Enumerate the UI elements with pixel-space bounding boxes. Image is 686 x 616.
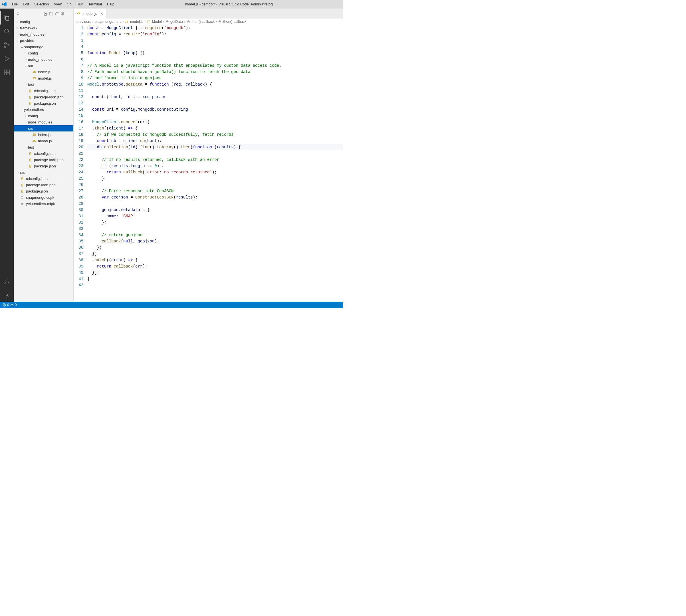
collapse-all-icon[interactable]: [60, 12, 65, 16]
code-content[interactable]: const { MongoClient } = require('mongodb…: [87, 25, 343, 302]
svg-point-9: [6, 294, 8, 296]
breadcrumb-segment[interactable]: model.js: [130, 20, 144, 24]
tree-item[interactable]: ⌄yelpretailers: [14, 106, 73, 113]
tree-item[interactable]: ›config: [14, 50, 73, 56]
tree-item[interactable]: {}package.json: [14, 188, 73, 194]
activity-accounts[interactable]: [0, 274, 14, 288]
tree-item-label: package.json: [34, 164, 56, 168]
js-file-icon: JS: [32, 132, 37, 137]
activity-search[interactable]: [0, 24, 14, 38]
activity-bar: [0, 8, 14, 302]
chevron-right-icon: ›: [16, 32, 20, 36]
json-file-icon: {}: [28, 101, 33, 106]
tree-item[interactable]: ⌄snapmongo: [14, 44, 73, 50]
chevron-right-icon: ›: [24, 51, 28, 55]
tree-item-label: snapmongo.cdpk: [26, 195, 54, 200]
breadcrumb-segment[interactable]: src: [117, 20, 122, 24]
activity-extensions[interactable]: [0, 66, 14, 79]
more-icon[interactable]: ···: [66, 12, 70, 16]
tree-item[interactable]: JSmodel.js: [14, 138, 73, 144]
breadcrumb-segment[interactable]: then() callback: [191, 20, 215, 24]
tree-item[interactable]: {}cdconfig.json: [14, 88, 73, 94]
activity-settings[interactable]: [0, 288, 14, 302]
method-icon: [165, 20, 169, 24]
tree-item[interactable]: JSindex.js: [14, 131, 73, 138]
tree-item-label: cdconfig.json: [34, 89, 56, 93]
tree-item[interactable]: {}package.json: [14, 163, 73, 169]
line-number-gutter: 1234567891011121314151617181920212223242…: [73, 25, 87, 302]
breadcrumb-segment[interactable]: then() callback: [223, 20, 246, 24]
svg-rect-4: [4, 70, 6, 72]
chevron-right-icon: ›: [16, 20, 20, 24]
tree-item[interactable]: {}package-lock.json: [14, 157, 73, 163]
new-folder-icon[interactable]: [49, 12, 53, 16]
chevron-right-icon: ›: [24, 145, 28, 149]
tree-item[interactable]: JSindex.js: [14, 69, 73, 75]
breadcrumb-segment[interactable]: providers: [77, 20, 91, 24]
chevron-right-icon: ›: [92, 20, 93, 24]
menu-help[interactable]: Help: [105, 2, 117, 7]
activity-run-debug[interactable]: [0, 52, 14, 66]
tree-item[interactable]: ›node_modules: [14, 31, 73, 37]
tree-item[interactable]: ›test: [14, 144, 73, 150]
chevron-right-icon: ›: [123, 20, 124, 24]
js-file-icon: JS: [32, 76, 37, 81]
class-icon: [147, 20, 151, 24]
tree-item-label: src: [28, 64, 33, 68]
tree-item[interactable]: ≣yelpretailers.cdpk: [14, 200, 73, 207]
tab-model-js[interactable]: JS model.js ×: [73, 8, 107, 19]
js-file-icon: JS: [32, 70, 37, 74]
status-problems[interactable]: 0 0: [2, 303, 17, 307]
tree-item[interactable]: ›src: [14, 169, 73, 175]
tree-item[interactable]: ›config: [14, 113, 73, 119]
tree-item[interactable]: ⌄providers: [14, 37, 73, 44]
tree-item[interactable]: {}package.json: [14, 100, 73, 106]
menu-run[interactable]: Run: [74, 2, 86, 7]
breadcrumbs[interactable]: providers›snapmongo›src›JSmodel.js›Model…: [73, 19, 343, 25]
menu-edit[interactable]: Edit: [21, 2, 31, 7]
tree-item[interactable]: ›node_modules: [14, 56, 73, 63]
tree-item[interactable]: {}cdconfig.json: [14, 175, 73, 182]
menu-go[interactable]: Go: [64, 2, 74, 7]
tree-item-label: model.js: [38, 76, 52, 81]
chevron-right-icon: ›: [24, 57, 28, 61]
menu-bar: FileEditSelectionViewGoRunTerminalHelp: [10, 2, 117, 7]
tree-item[interactable]: {}package-lock.json: [14, 94, 73, 100]
tree-item[interactable]: ≣snapmongo.cdpk: [14, 194, 73, 200]
activity-explorer[interactable]: [0, 11, 14, 24]
tree-item[interactable]: ⌄src: [14, 125, 73, 131]
tree-item[interactable]: ›node_modules: [14, 119, 73, 125]
window-title: model.js - democdf - Visual Studio Code …: [117, 2, 341, 6]
explorer-header: E. ···: [14, 8, 73, 19]
breadcrumb-segment[interactable]: getData: [170, 20, 183, 24]
close-icon[interactable]: ×: [101, 12, 103, 16]
editor-area: JS model.js × providers›snapmongo›src›JS…: [73, 8, 343, 302]
json-file-icon: {}: [20, 189, 24, 193]
tree-item[interactable]: ›test: [14, 81, 73, 88]
tree-item[interactable]: ›config: [14, 19, 73, 25]
tree-item[interactable]: JSmodel.js: [14, 75, 73, 81]
tree-item-label: package-lock.json: [34, 95, 64, 99]
tree-item[interactable]: {}package-lock.json: [14, 182, 73, 188]
refresh-icon[interactable]: [55, 12, 59, 16]
menu-view[interactable]: View: [52, 2, 64, 7]
tree-item-label: config: [20, 20, 30, 24]
menu-file[interactable]: File: [10, 2, 20, 7]
breadcrumb-segment[interactable]: snapmongo: [95, 20, 113, 24]
tree-item-label: model.js: [38, 139, 52, 143]
chevron-right-icon: ›: [163, 20, 164, 24]
svg-point-2: [4, 46, 6, 48]
chevron-right-icon: ›: [24, 114, 28, 118]
breadcrumb-segment[interactable]: Model: [152, 20, 162, 24]
method-icon: [186, 20, 190, 24]
activity-source-control[interactable]: [0, 38, 14, 52]
tree-item-label: test: [28, 83, 34, 87]
tree-item[interactable]: {}cdconfig.json: [14, 150, 73, 157]
new-file-icon[interactable]: [43, 12, 48, 16]
chevron-down-icon: ⌄: [20, 45, 24, 49]
tree-item[interactable]: ›framework: [14, 25, 73, 31]
code-editor[interactable]: 1234567891011121314151617181920212223242…: [73, 25, 343, 302]
tree-item[interactable]: ⌄src: [14, 63, 73, 69]
menu-selection[interactable]: Selection: [32, 2, 51, 7]
menu-terminal[interactable]: Terminal: [86, 2, 104, 7]
